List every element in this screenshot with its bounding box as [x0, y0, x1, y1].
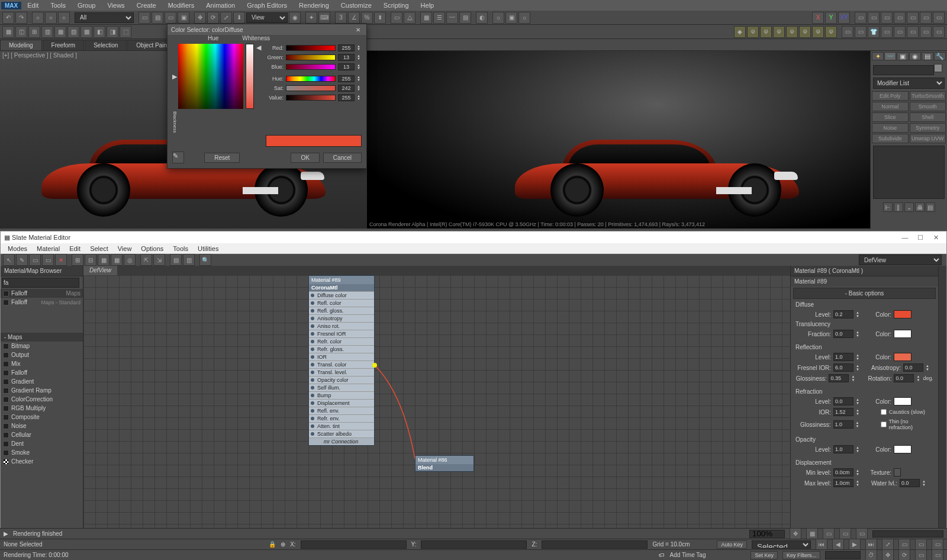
- slate-tb-14[interactable]: 🔍: [199, 254, 211, 266]
- select-name-button[interactable]: ▤: [152, 12, 163, 24]
- stack-btn-1[interactable]: ⊩: [883, 202, 893, 212]
- time-btn-2[interactable]: ◀: [832, 539, 844, 551]
- rotation-spinner[interactable]: ▲▼: [916, 375, 920, 382]
- slot-scatter-albedo[interactable]: Scatter albedo: [309, 430, 374, 437]
- min-level-input[interactable]: [833, 468, 853, 477]
- snap-end-14[interactable]: ▭: [907, 26, 919, 38]
- reflection-glossiness-spinner[interactable]: ▲▼: [851, 375, 855, 382]
- snap-btn-3[interactable]: ⊞: [28, 26, 40, 38]
- menu-views[interactable]: Views: [101, 1, 130, 10]
- view-tab-defview[interactable]: DefView: [83, 266, 117, 275]
- map-gradient-ramp[interactable]: Gradient Ramp: [1, 386, 83, 395]
- menu-rendering[interactable]: Rendering: [293, 1, 335, 10]
- menu-animation[interactable]: Animation: [200, 1, 241, 10]
- mod-btn-unwrapuvw[interactable]: Unwrap UVW: [910, 134, 946, 143]
- ok-button[interactable]: OK: [291, 153, 319, 163]
- map-cellular[interactable]: Cellular: [1, 430, 83, 439]
- translucency-fraction-input[interactable]: [833, 330, 853, 338]
- slot-self-illum[interactable]: Self illum.: [309, 384, 374, 391]
- object-color-swatch[interactable]: [934, 64, 942, 72]
- reflection-color-swatch[interactable]: [894, 353, 911, 361]
- viewport-nav-8[interactable]: ▭: [932, 549, 943, 561]
- map-dent[interactable]: Dent: [1, 439, 83, 448]
- snap-btn-2[interactable]: ◫: [15, 26, 27, 38]
- lock-icon[interactable]: 🔒: [269, 541, 276, 548]
- slot-bump[interactable]: Bump: [309, 391, 374, 399]
- schematic-view-button[interactable]: ▤: [459, 12, 471, 24]
- coord-toggle-icon[interactable]: ⊕: [281, 541, 285, 548]
- reflection-level-spinner[interactable]: ▲▼: [856, 353, 861, 361]
- snap-btn-8[interactable]: ◧: [94, 26, 105, 38]
- slate-menu-view[interactable]: View: [113, 244, 137, 253]
- bind-button[interactable]: ⟐: [58, 12, 70, 24]
- slate-tb-9[interactable]: ◎: [124, 254, 136, 266]
- snap-btn-6[interactable]: ▨: [67, 26, 79, 38]
- search-result-0[interactable]: FalloffMaps: [1, 289, 83, 298]
- mirror-button[interactable]: ⧋: [404, 12, 415, 24]
- key-mode-dropdown[interactable]: Selected: [752, 540, 811, 549]
- undo-button[interactable]: ↶: [2, 12, 14, 24]
- slot-refr-env[interactable]: Refr. env.: [309, 414, 374, 422]
- spinner-snap-button[interactable]: ⬍: [374, 12, 386, 24]
- zoom-btn-5[interactable]: ▭: [856, 528, 868, 540]
- render-setup-button[interactable]: ☼: [492, 12, 504, 24]
- mod-btn-normal[interactable]: Normal: [872, 102, 909, 111]
- stack-btn-5[interactable]: ▤: [926, 202, 935, 212]
- snap-end-11[interactable]: 👕: [868, 26, 880, 38]
- menu-create[interactable]: Create: [131, 1, 162, 10]
- material-node-89[interactable]: Material #89 CoronaMtl Diffuse color Ref…: [308, 275, 375, 446]
- ribbon-tab-selection[interactable]: Selection: [85, 40, 127, 50]
- map-composite[interactable]: Composite: [1, 413, 83, 421]
- mod-btn-noise[interactable]: Noise: [872, 123, 909, 133]
- snap-end-2[interactable]: ⟱: [747, 26, 759, 38]
- slate-tb-8[interactable]: ▦: [111, 254, 123, 266]
- modifier-stack[interactable]: [873, 146, 945, 199]
- thin-checkbox[interactable]: [881, 421, 887, 427]
- toolbar-btn-c[interactable]: ▭: [881, 12, 893, 24]
- select-scale-button[interactable]: ⤢: [220, 12, 232, 24]
- green-slider[interactable]: [286, 54, 336, 60]
- slate-menu-modes[interactable]: Modes: [3, 244, 32, 253]
- stack-btn-4[interactable]: 🖶: [915, 202, 925, 212]
- refraction-color-swatch[interactable]: [894, 397, 911, 405]
- water-lvl-input[interactable]: [900, 479, 920, 487]
- keyfilters-button[interactable]: Key Filters...: [782, 551, 820, 559]
- max-level-spinner[interactable]: ▲▼: [856, 479, 861, 487]
- select-button[interactable]: ▭: [138, 12, 150, 24]
- setkey-button[interactable]: Set Key: [750, 551, 778, 559]
- red-spinner[interactable]: ▲▼: [357, 45, 362, 51]
- refraction-level-spinner[interactable]: ▲▼: [856, 398, 861, 405]
- snap-end-4[interactable]: ⟱: [773, 26, 785, 38]
- anisotropy-spinner[interactable]: ▲▼: [926, 364, 930, 371]
- snap-end-5[interactable]: ⟱: [786, 26, 798, 38]
- link-button[interactable]: ⟐: [32, 12, 44, 24]
- time-tag-icon[interactable]: 🏷: [659, 552, 665, 558]
- curve-editor-button[interactable]: 〰: [446, 12, 458, 24]
- slot-transl-color[interactable]: Transl. color: [309, 361, 374, 368]
- angle-snap-button[interactable]: ∠: [348, 12, 360, 24]
- slate-tb-delete[interactable]: ✕: [55, 254, 67, 266]
- autokey-button[interactable]: Auto Key: [717, 540, 747, 549]
- opacity-color-swatch[interactable]: [894, 445, 911, 453]
- select-rotate-button[interactable]: ⟳: [207, 12, 219, 24]
- object-name-field[interactable]: [873, 65, 934, 75]
- toolbar-btn-d[interactable]: ▭: [894, 12, 906, 24]
- slate-canvas-area[interactable]: DefView Material #89 CoronaMtl Diffuse c…: [83, 266, 790, 559]
- slate-tb-13[interactable]: ▥: [183, 254, 195, 266]
- rotation-input[interactable]: [894, 374, 914, 382]
- cancel-button[interactable]: Cancel: [323, 153, 362, 163]
- mod-btn-turbosmooth[interactable]: TurboSmooth: [910, 91, 946, 101]
- value-input[interactable]: [338, 94, 355, 101]
- snap-btn-4[interactable]: ▥: [41, 26, 53, 38]
- browser-search-input[interactable]: [2, 278, 79, 288]
- eyedropper-button[interactable]: ✎: [172, 152, 184, 163]
- zoom-btn-3[interactable]: ▭: [823, 528, 835, 540]
- translucency-fraction-spinner[interactable]: ▲▼: [856, 330, 861, 337]
- viewport-nav-7[interactable]: ▭: [915, 549, 927, 561]
- snap-end-15[interactable]: ▭: [920, 26, 932, 38]
- slate-tb-7[interactable]: ▦: [98, 254, 109, 266]
- slot-atten-tint[interactable]: Atten. tint: [309, 422, 374, 430]
- map-output[interactable]: Output: [1, 350, 83, 359]
- viewport-nav-2[interactable]: ▭: [898, 539, 910, 551]
- snap-end-12[interactable]: ▭: [881, 26, 893, 38]
